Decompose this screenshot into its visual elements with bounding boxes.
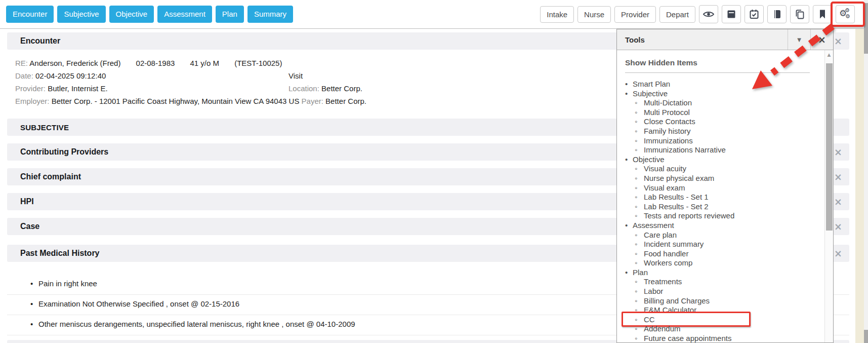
patient-name: Anderson, Frederick (Fred) <box>29 59 120 67</box>
hidden-item-billing-and-charges[interactable]: Billing and Charges <box>625 296 810 306</box>
section-title-encounter: Encounter <box>20 36 60 46</box>
window-scrollbar[interactable] <box>864 0 868 343</box>
eye-icon <box>702 9 715 19</box>
calendar-check-icon <box>749 9 759 19</box>
settings-button[interactable]: ⚙⚙⚙ <box>836 5 855 23</box>
hidden-item-food-handler[interactable]: Food handler <box>625 249 810 259</box>
nurse-button[interactable]: Nurse <box>577 6 611 23</box>
location-label: Location: <box>288 84 319 93</box>
show-hidden-items-heading: Show Hidden Items <box>625 58 810 67</box>
close-icon[interactable]: × <box>834 172 842 182</box>
hidden-item-subjective[interactable]: Subjective <box>625 89 810 99</box>
patient-dob: 02-08-1983 <box>136 59 175 67</box>
tools-panel-scrollbar-thumb[interactable] <box>826 63 833 231</box>
tools-panel-title: Tools <box>617 29 788 50</box>
hidden-item-family-history[interactable]: Family history <box>625 127 810 136</box>
close-icon[interactable]: × <box>834 249 842 258</box>
intake-button[interactable]: Intake <box>540 6 574 23</box>
hidden-item-smart-plan[interactable]: Smart Plan <box>625 80 810 89</box>
book-icon <box>772 9 782 19</box>
nav-button-group: Encounter Subjective Objective Assessmen… <box>6 6 293 23</box>
nav-button-assessment[interactable]: Assessment <box>157 6 212 23</box>
close-icon[interactable]: × <box>834 147 842 157</box>
bookmark-icon <box>817 9 828 19</box>
nav-button-subjective[interactable]: Subjective <box>57 6 105 23</box>
tools-panel-collapse-button[interactable]: ▼ <box>788 29 810 50</box>
eye-button[interactable] <box>699 5 718 23</box>
page-edge-strip <box>855 29 864 343</box>
close-icon: × <box>818 35 826 45</box>
section-title-chief-complaint: Chief complaint <box>20 172 81 181</box>
window-scrollbar-thumb[interactable] <box>864 3 868 54</box>
hidden-item-multi-protocol[interactable]: Multi Protocol <box>625 108 810 118</box>
top-toolbar: Encounter Subjective Objective Assessmen… <box>0 0 868 29</box>
hidden-item-assessment[interactable]: Assessment <box>625 221 810 231</box>
hidden-item-immunizations-narrative[interactable]: Immunizations Narrative <box>625 145 810 155</box>
employer-value: Better Corp. - 12001 Pacific Coast Highw… <box>52 97 300 105</box>
copy-button[interactable] <box>790 5 809 23</box>
hidden-item-cc[interactable]: CC <box>625 315 810 325</box>
encounter-date-line: Date: 02-04-2025 09:12:40 <box>15 69 288 82</box>
close-icon[interactable]: × <box>834 222 842 232</box>
hidden-item-addendum[interactable]: Addendum <box>625 324 810 334</box>
re-label: RE: <box>15 59 28 67</box>
hidden-item-em-calculator[interactable]: E&M Calculator <box>625 306 810 315</box>
copy-icon <box>795 9 805 19</box>
bookmark-button[interactable] <box>813 5 832 23</box>
window-scrollbar-bottom <box>864 330 868 343</box>
hidden-item-close-contacts[interactable]: Close Contacts <box>625 117 810 127</box>
depart-button[interactable]: Depart <box>659 6 695 23</box>
patient-age-sex: 41 y/o M <box>190 59 220 67</box>
hidden-item-visual-exam[interactable]: Visual exam <box>625 183 810 193</box>
hidden-item-multi-dictation[interactable]: Multi-Dictation <box>625 98 810 108</box>
provider-name: Butler, Internist E. <box>48 84 107 93</box>
tools-panel-header: Tools ▼ × <box>617 29 833 50</box>
hidden-item-care-plan[interactable]: Care plan <box>625 231 810 240</box>
hidden-item-tests-and-reports-reviewed[interactable]: Tests and reports reviewed <box>625 211 810 221</box>
hidden-item-incident-summary[interactable]: Incident summary <box>625 240 810 249</box>
nav-button-encounter[interactable]: Encounter <box>6 6 54 23</box>
provider-label: Provider: <box>15 84 46 93</box>
hidden-item-lab-results-set-1[interactable]: Lab Results - Set 1 <box>625 193 810 202</box>
chevron-down-icon: ▼ <box>797 37 801 43</box>
hidden-item-nurse-physical-exam[interactable]: Nurse physical exam <box>625 174 810 183</box>
hidden-item-lab-results-set-2[interactable]: Lab Results - Set 2 <box>625 202 810 212</box>
stage-button-group: Intake Nurse Provider Depart <box>540 5 855 23</box>
scroll-up-arrow-icon[interactable]: ▲ <box>825 50 833 59</box>
encounter-date: 02-04-2025 09:12:40 <box>35 71 106 80</box>
close-icon[interactable]: × <box>834 36 842 46</box>
tools-panel-scrollbar[interactable]: ▲ <box>824 50 833 343</box>
payer-label: Payer: <box>302 97 323 105</box>
archive-button[interactable] <box>722 5 741 23</box>
close-icon[interactable]: × <box>834 197 842 207</box>
provider-line: Provider: Butler, Internist E. <box>15 82 288 95</box>
book-button[interactable] <box>767 5 787 23</box>
hidden-item-immunizations[interactable]: Immunizations <box>625 136 810 146</box>
hidden-item-visual-acuity[interactable]: Visual acuity <box>625 164 810 174</box>
provider-button[interactable]: Provider <box>614 6 656 23</box>
settings-gears-icon: ⚙⚙⚙ <box>839 8 851 20</box>
nav-button-summary[interactable]: Summary <box>247 6 293 23</box>
section-title-past-medical-history: Past Medical History <box>20 249 100 258</box>
divider <box>625 72 810 73</box>
nav-button-objective[interactable]: Objective <box>109 6 154 23</box>
hidden-item-future-case-appointments[interactable]: Future case appointments <box>625 334 810 343</box>
payer-value: Better Corp. <box>325 97 366 105</box>
location-value: Better Corp. <box>321 84 362 93</box>
tools-panel-close-button[interactable]: × <box>810 29 833 50</box>
hidden-item-objective[interactable]: Objective <box>625 155 810 165</box>
hidden-item-cc-label: CC <box>644 315 655 324</box>
calendar-button[interactable] <box>745 5 764 23</box>
hidden-item-treatments[interactable]: Treatments <box>625 277 810 287</box>
hidden-item-plan[interactable]: Plan <box>625 268 810 278</box>
hidden-item-workers-comp[interactable]: Workers comp <box>625 258 810 268</box>
nav-button-plan[interactable]: Plan <box>216 6 244 23</box>
archive-box-icon <box>726 9 736 19</box>
section-title-case: Case <box>20 222 39 231</box>
section-title-hpi: HPI <box>20 197 34 206</box>
tools-panel-body: Show Hidden Items Smart Plan Subjective … <box>617 50 833 343</box>
tools-panel: Tools ▼ × Show Hidden Items Smart Plan S… <box>616 29 834 343</box>
hidden-items-list: Smart Plan Subjective Multi-Dictation Mu… <box>625 80 810 343</box>
hidden-item-labor[interactable]: Labor <box>625 287 810 296</box>
date-label: Date: <box>15 71 33 80</box>
